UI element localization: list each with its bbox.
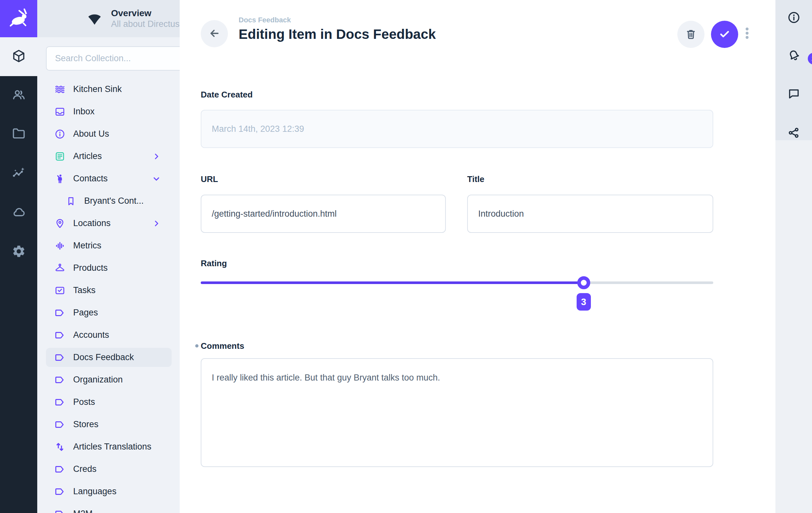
sidebar-rail: 2 (776, 0, 812, 513)
rating-slider[interactable]: 3 (201, 281, 713, 284)
sidebar-item-label: Docs Feedback (73, 352, 161, 362)
share-icon (787, 126, 801, 141)
chevron-down-icon[interactable] (152, 174, 161, 183)
title-label: Title (467, 174, 484, 184)
rating-slider-fill (201, 281, 584, 284)
label-tag-icon (54, 374, 65, 386)
label-tag-icon (54, 397, 65, 408)
sidebar-item-label: Articles (73, 151, 152, 161)
project-fan-icon (86, 11, 103, 27)
sidebar-item-pages[interactable]: Pages (37, 302, 180, 324)
sidebar-item-label: Organization (73, 375, 161, 385)
label-tag-icon (54, 352, 65, 363)
url-field[interactable] (201, 195, 446, 233)
inbox-icon (54, 106, 65, 117)
breadcrumb[interactable]: Docs Feedback (239, 16, 436, 25)
sidebar-item-label: Locations (73, 218, 152, 228)
sidebar-item-articles[interactable]: Articles (37, 145, 180, 167)
rating-value-badge: 3 (577, 293, 591, 311)
sidebar-item-label: Kitchen Sink (73, 84, 161, 94)
label-tag-icon (54, 509, 65, 513)
waves-icon (54, 84, 65, 95)
sidebar-item-label: Bryant's Cont... (84, 196, 161, 206)
save-button[interactable] (711, 21, 738, 48)
sidebar-item-label: Accounts (73, 330, 161, 340)
sidebar-item-tasks[interactable]: Tasks (37, 279, 180, 302)
sidebar-item-m2m[interactable]: M2M (37, 503, 180, 513)
module-docs[interactable] (0, 199, 37, 226)
project-title: Overview (111, 8, 180, 19)
info-icon (787, 11, 801, 26)
place-pin-icon (54, 218, 65, 229)
sidebar-item-label: Tasks (73, 285, 161, 295)
label-tag-icon (54, 464, 65, 475)
sidebar-item-accounts[interactable]: Accounts (37, 324, 180, 346)
sidebar-item-inbox[interactable]: Inbox (37, 101, 180, 123)
info-icon (54, 129, 65, 140)
sidebar-item-contacts[interactable]: Contacts (37, 167, 180, 190)
insights-icon (12, 166, 26, 181)
article-icon (54, 151, 65, 162)
person-waving-icon (54, 173, 65, 184)
url-label: URL (201, 174, 218, 184)
info-panel-button[interactable] (776, 5, 812, 31)
users-icon (12, 87, 26, 103)
chevron-right-icon[interactable] (152, 219, 161, 228)
module-content[interactable] (0, 43, 37, 70)
sidebar-item-bryants-contacts[interactable]: Bryant's Cont... (37, 190, 180, 212)
sidebar-item-articles-translations[interactable]: Articles Translations (37, 436, 180, 458)
check-icon (719, 28, 731, 41)
more-options-button[interactable] (745, 28, 749, 39)
sidebar-item-posts[interactable]: Posts (37, 391, 180, 413)
rating-slider-thumb[interactable] (577, 276, 590, 289)
rating-label: Rating (201, 258, 227, 268)
gear-icon (12, 244, 26, 260)
label-tag-icon (54, 330, 65, 341)
sidebar-item-locations[interactable]: Locations (37, 212, 180, 234)
trash-icon (685, 28, 697, 41)
module-bar (0, 0, 37, 513)
comments-panel-button[interactable] (776, 82, 812, 108)
comment-bubble-icon (787, 87, 801, 102)
sidebar-item-label: Metrics (73, 240, 161, 251)
sidebar-item-label: Inbox (73, 107, 161, 117)
sidebar-item-label: Languages (73, 486, 161, 496)
sidebar-item-label: Pages (73, 308, 161, 318)
sidebar-item-about-us[interactable]: About Us (37, 123, 180, 145)
sidebar-item-stores[interactable]: Stores (37, 413, 180, 436)
title-field[interactable] (467, 195, 713, 233)
sidebar-item-products[interactable]: Products (37, 257, 180, 279)
share-panel-button[interactable] (776, 120, 812, 146)
sidebar-item-label: Articles Translations (73, 442, 161, 452)
arrow-left-icon (208, 27, 221, 40)
sidebar-item-label: About Us (73, 129, 161, 139)
sidebar-item-label: Creds (73, 464, 161, 474)
date-created-field (201, 110, 713, 148)
comments-field[interactable]: I really liked this article. But that gu… (201, 358, 713, 467)
sidebar-item-creds[interactable]: Creds (37, 458, 180, 480)
sidebar-item-languages[interactable]: Languages (37, 480, 180, 503)
sidebar-item-organization[interactable]: Organization (37, 369, 180, 391)
sidebar-item-metrics[interactable]: Metrics (37, 234, 180, 257)
sidebar-item-label: Posts (73, 397, 161, 407)
module-settings[interactable] (0, 238, 37, 265)
more-vert-icon (746, 28, 749, 30)
module-users[interactable] (0, 82, 37, 109)
label-tag-icon (54, 419, 65, 430)
logo-button[interactable] (0, 0, 37, 37)
rabbit-logo-icon (7, 6, 30, 31)
page-title: Editing Item in Docs Feedback (239, 26, 436, 43)
module-files[interactable] (0, 120, 37, 148)
chevron-right-icon[interactable] (152, 152, 161, 161)
sidebar-item-docs-feedback[interactable]: Docs Feedback (37, 346, 180, 369)
sidebar-item-kitchen-sink[interactable]: Kitchen Sink (37, 78, 180, 101)
project-switcher[interactable]: Overview All about Directus (37, 0, 180, 37)
notifications-button[interactable]: 2 (776, 42, 812, 68)
notifications-bell-icon: 2 (787, 48, 801, 62)
date-created-label: Date Created (201, 89, 253, 100)
delete-button[interactable] (677, 21, 704, 48)
back-button[interactable] (201, 20, 228, 47)
module-insights[interactable] (0, 160, 37, 187)
swap-vertical-icon (54, 441, 65, 452)
bookmark-icon (65, 196, 77, 207)
